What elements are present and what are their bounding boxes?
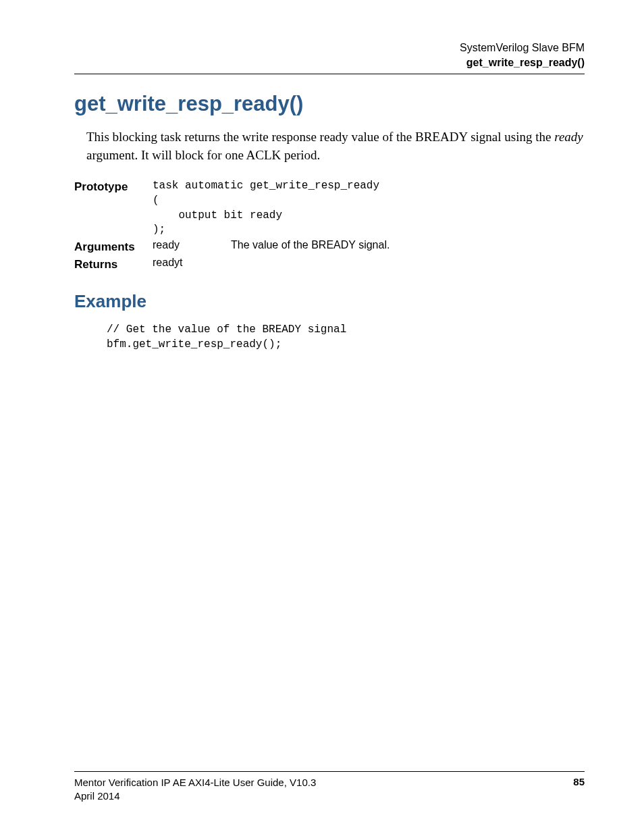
argument-name: ready [153,239,231,251]
footer-doc-title: Mentor Verification IP AE AXI4-Lite User… [74,776,316,789]
footer-date: April 2014 [74,789,316,803]
header-chapter: SystemVerilog Slave BFM [74,41,585,55]
footer-page-number: 85 [573,776,585,787]
page-header: SystemVerilog Slave BFM get_write_resp_r… [74,41,585,70]
footer-rule [74,771,585,772]
argument-description: The value of the BREADY signal. [231,239,390,251]
description-text-1: This blocking task returns the write res… [86,130,554,144]
prototype-label: Prototype [74,179,153,237]
prototype-code: task automatic get_write_resp_ready ( ou… [153,179,585,237]
returns-value: readyt [153,257,585,269]
description-paragraph: This blocking task returns the write res… [86,128,585,164]
returns-label: Returns [74,257,153,273]
returns-row: Returns readyt [74,257,585,273]
description-text-2: argument. It will block for one ACLK per… [86,148,320,162]
arguments-row: Arguments ready The value of the BREADY … [74,239,585,255]
prototype-row: Prototype task automatic get_write_resp_… [74,179,585,237]
header-rule [74,74,585,74]
page-footer: Mentor Verification IP AE AXI4-Lite User… [74,771,585,804]
example-code: // Get the value of the BREADY signal bf… [107,323,585,352]
arguments-label: Arguments [74,239,153,255]
description-italic: ready [554,130,583,144]
header-topic: get_write_resp_ready() [74,55,585,70]
page-title: get_write_resp_ready() [74,92,585,116]
example-heading: Example [74,291,585,312]
